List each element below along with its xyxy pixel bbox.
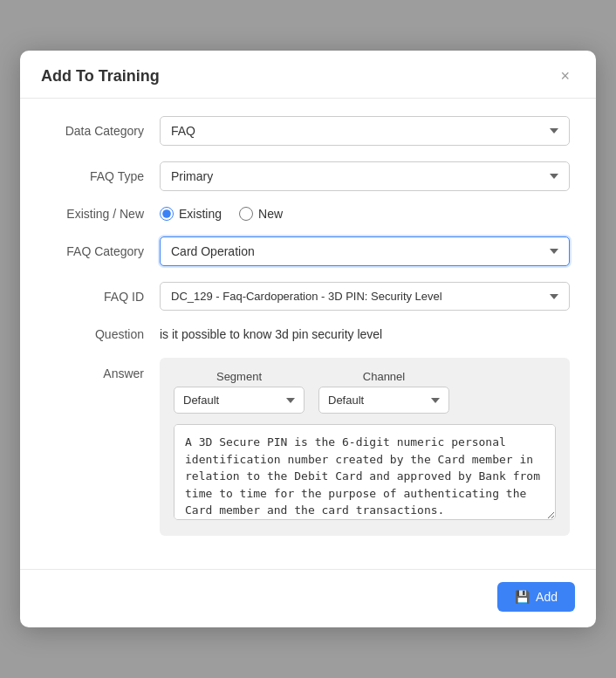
faq-type-select[interactable]: Primary Secondary [160,161,570,191]
faq-id-control: DC_129 - Faq-Cardoperation - 3D PIN: Sec… [160,282,570,311]
existing-new-label: Existing / New [46,207,160,221]
new-radio-label: New [258,207,283,221]
new-option[interactable]: New [239,207,283,221]
channel-select[interactable]: Default Web Mobile [318,387,449,414]
modal-container: Add To Training × Data Category FAQ Docu… [20,51,596,627]
segment-select[interactable]: Default Segment A Segment B [174,387,305,414]
answer-textarea[interactable]: A 3D Secure PIN is the 6-digit numeric p… [174,424,556,520]
answer-box: Segment Default Segment A Segment B Chan… [160,358,570,536]
modal-title: Add To Training [41,67,160,86]
segment-label: Segment [174,370,305,383]
existing-option[interactable]: Existing [160,207,222,221]
segment-group: Segment Default Segment A Segment B [174,370,305,414]
existing-radio[interactable] [160,207,174,221]
question-row: Question is it possible to know 3d pin s… [46,326,570,342]
faq-id-label: FAQ ID [46,290,160,304]
data-category-select[interactable]: FAQ Document Other [160,116,570,146]
faq-id-row: FAQ ID DC_129 - Faq-Cardoperation - 3D P… [46,282,570,311]
answer-row: Answer Segment Default Segment A Segment… [46,358,570,536]
faq-type-control: Primary Secondary [160,161,570,191]
faq-type-label: FAQ Type [46,169,160,183]
data-category-row: Data Category FAQ Document Other [46,116,570,146]
answer-control: Segment Default Segment A Segment B Chan… [160,358,570,536]
modal-body: Data Category FAQ Document Other FAQ Typ… [20,99,596,569]
question-control: is it possible to know 3d pin security l… [160,326,570,342]
faq-category-label: FAQ Category [46,244,160,258]
add-button[interactable]: 💾 Add [497,582,575,612]
data-category-label: Data Category [46,124,160,138]
existing-new-control: Existing New [160,207,570,221]
close-button[interactable]: × [555,66,575,86]
faq-type-row: FAQ Type Primary Secondary [46,161,570,191]
data-category-control: FAQ Document Other [160,116,570,146]
faq-id-select[interactable]: DC_129 - Faq-Cardoperation - 3D PIN: Sec… [160,282,570,311]
existing-radio-label: Existing [179,207,222,221]
answer-label: Answer [46,358,160,380]
modal-header: Add To Training × [20,51,596,99]
existing-new-row: Existing / New Existing New [46,207,570,221]
faq-category-control: Card Operation Account Loan Other [160,236,570,266]
answer-controls: Segment Default Segment A Segment B Chan… [174,370,556,414]
add-button-label: Add [536,590,558,604]
channel-group: Channel Default Web Mobile [318,370,449,414]
faq-category-row: FAQ Category Card Operation Account Loan… [46,236,570,266]
question-label: Question [46,327,160,341]
faq-category-select[interactable]: Card Operation Account Loan Other [160,236,570,266]
channel-label: Channel [318,370,449,383]
modal-overlay: Add To Training × Data Category FAQ Docu… [0,0,616,678]
question-text: is it possible to know 3d pin security l… [160,327,382,341]
modal-footer: 💾 Add [20,569,596,627]
new-radio[interactable] [239,207,253,221]
save-icon: 💾 [515,590,530,604]
